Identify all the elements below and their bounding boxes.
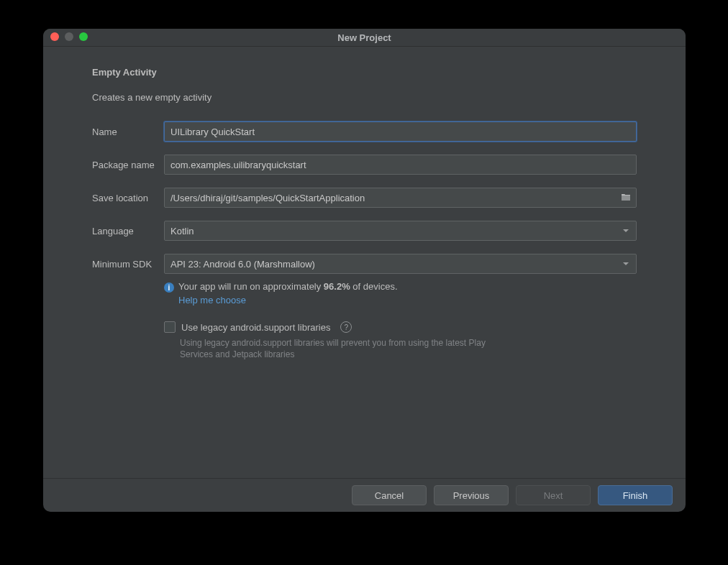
previous-button[interactable]: Previous bbox=[434, 485, 509, 505]
browse-folder-icon[interactable] bbox=[621, 193, 631, 203]
new-project-dialog: New Project Empty Activity Creates a new… bbox=[43, 29, 686, 512]
chevron-down-icon bbox=[623, 262, 629, 265]
minimize-window-button[interactable] bbox=[65, 32, 73, 41]
minsdk-select[interactable]: API 23: Android 6.0 (Marshmallow) bbox=[164, 254, 637, 274]
name-label: Name bbox=[92, 127, 164, 137]
maximize-window-button[interactable] bbox=[79, 32, 88, 41]
info-icon: i bbox=[164, 282, 174, 293]
device-coverage-text: Your app will run on approximately 96.2%… bbox=[178, 281, 398, 306]
package-input[interactable] bbox=[164, 155, 637, 175]
dialog-footer: Cancel Previous Next Finish bbox=[43, 478, 686, 512]
page-subheading: Creates a new empty activity bbox=[92, 92, 637, 103]
chevron-down-icon bbox=[623, 229, 629, 232]
window-title: New Project bbox=[337, 32, 391, 43]
finish-button[interactable]: Finish bbox=[598, 485, 673, 505]
help-icon[interactable]: ? bbox=[340, 321, 352, 333]
close-window-button[interactable] bbox=[50, 32, 59, 41]
minsdk-label: Minimum SDK bbox=[92, 259, 164, 270]
titlebar: New Project bbox=[43, 29, 686, 47]
help-me-choose-link[interactable]: Help me choose bbox=[178, 295, 398, 306]
save-location-input[interactable] bbox=[164, 188, 637, 208]
minsdk-value: API 23: Android 6.0 (Marshmallow) bbox=[170, 259, 315, 270]
save-location-label: Save location bbox=[92, 193, 164, 203]
legacy-support-label: Use legacy android.support libraries bbox=[181, 322, 330, 333]
dialog-content: Empty Activity Creates a new empty activ… bbox=[43, 47, 686, 478]
legacy-support-hint: Using legacy android.support libraries w… bbox=[180, 337, 489, 360]
legacy-support-checkbox[interactable] bbox=[164, 321, 176, 333]
language-select[interactable]: Kotlin bbox=[164, 221, 637, 241]
language-value: Kotlin bbox=[170, 226, 194, 236]
window-controls bbox=[50, 32, 88, 41]
name-input[interactable] bbox=[164, 121, 637, 142]
language-label: Language bbox=[92, 226, 164, 236]
page-heading: Empty Activity bbox=[92, 67, 637, 78]
package-label: Package name bbox=[92, 160, 164, 170]
next-button: Next bbox=[516, 485, 591, 505]
cancel-button[interactable]: Cancel bbox=[352, 485, 427, 505]
